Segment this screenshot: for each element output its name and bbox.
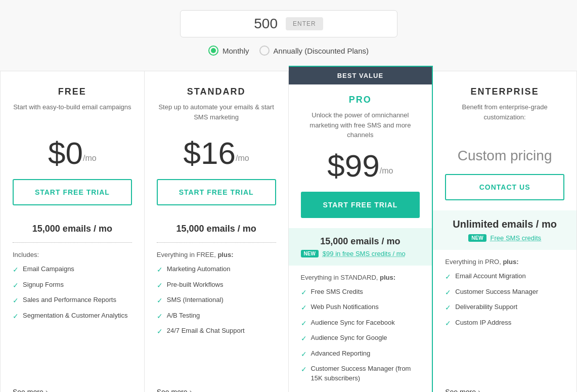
check-icon: ✓ [157, 327, 163, 337]
plan-card-standard: STANDARDStep up to automate your emails … [145, 71, 289, 392]
plan-card-enterprise: ENTERPRISEBenefit from enterprise-grade … [433, 71, 577, 392]
feature-item: ✓ A/B Testing [157, 311, 276, 322]
plan-price-wrapper-standard: $16/mo [157, 138, 276, 169]
check-icon: ✓ [13, 265, 19, 275]
plan-desc-pro: Unlock the power of omnichannel marketin… [301, 110, 420, 140]
new-badge-enterprise: NEW [468, 234, 486, 242]
check-icon: ✓ [445, 303, 451, 313]
plan-name-standard: STANDARD [157, 86, 276, 97]
check-icon: ✓ [157, 281, 163, 291]
emails-amount-enterprise: Unlimited emails / mo [445, 219, 564, 230]
price-amount-free: $0 [48, 136, 83, 170]
feature-item: ✓ Free SMS Credits [301, 287, 420, 298]
cta-button-standard[interactable]: START FREE TRIAL [157, 179, 276, 205]
includes-label-standard: Everything in FREE, plus: [157, 251, 276, 258]
feature-text: 24/7 Email & Chat Support [167, 326, 245, 335]
annually-radio[interactable]: Annually (Discounted Plans) [259, 46, 369, 56]
monthly-label: Monthly [223, 47, 249, 55]
see-more-label-free: See more [13, 388, 43, 392]
feature-text: Email Campaigns [23, 265, 74, 274]
see-more-arrow-enterprise: › [478, 387, 480, 392]
check-icon: ✓ [301, 303, 307, 313]
feature-list-standard: ✓ Marketing Automation ✓ Pre-built Workf… [157, 265, 276, 342]
feature-item: ✓ 24/7 Email & Chat Support [157, 326, 276, 337]
billing-toggle: Monthly Annually (Discounted Plans) [208, 46, 369, 56]
feature-text: Email Account Migration [455, 272, 525, 281]
feature-text: A/B Testing [167, 311, 200, 320]
plan-name-pro: PRO [301, 95, 420, 105]
feature-text: Sales and Performance Reports [23, 295, 116, 304]
plans-container: FREEStart with easy-to-build email campa… [0, 71, 577, 392]
new-badge-pro: NEW [301, 250, 319, 257]
plan-desc-free: Start with easy-to-build email campaigns [13, 102, 132, 127]
see-more-free[interactable]: See more › [13, 387, 132, 392]
plan-price-wrapper-pro: $99/mo [301, 150, 420, 182]
cta-button-pro[interactable]: START FREE TRIAL [301, 192, 420, 218]
check-icon: ✓ [445, 319, 451, 329]
feature-text: Segmentation & Customer Analytics [23, 311, 127, 320]
plan-price-enterprise: Custom pricing [445, 138, 564, 174]
feature-item: ✓ SMS (International) [157, 295, 276, 306]
feature-text: Signup Forms [23, 280, 64, 289]
contacts-value: 500 [254, 16, 278, 32]
feature-text: Pre-built Workflows [167, 280, 224, 289]
check-icon: ✓ [157, 312, 163, 322]
feature-item: ✓ Audience Sync for Facebook [301, 318, 420, 329]
monthly-radio[interactable]: Monthly [208, 46, 249, 56]
price-amount-pro: $99 [327, 148, 379, 183]
pro-emails-wrapper: 15,000 emails / mo NEW $99 in free SMS c… [289, 228, 432, 266]
feature-text: Custom IP Address [455, 318, 511, 327]
includes-label-free: Includes: [13, 251, 132, 258]
top-section: 500 ENTER Monthly Annually (Discounted P… [0, 0, 577, 71]
feature-item: ✓ Pre-built Workflows [157, 280, 276, 291]
cta-button-enterprise[interactable]: CONTACT US [445, 174, 564, 200]
price-mo-pro: /mo [380, 166, 393, 175]
check-icon: ✓ [301, 319, 307, 329]
cta-button-free[interactable]: START FREE TRIAL [13, 179, 132, 205]
feature-item: ✓ Web Push Notifications [301, 302, 420, 313]
price-mo-standard: /mo [236, 154, 249, 162]
see-more-arrow-free: › [46, 387, 48, 392]
emails-amount-free: 15,000 emails / mo [13, 215, 132, 243]
check-icon: ✓ [301, 365, 307, 375]
plan-name-free: FREE [13, 86, 132, 97]
see-more-label-enterprise: See more [445, 388, 476, 392]
check-icon: ✓ [445, 288, 451, 298]
price-amount-standard: $16 [184, 136, 236, 170]
sms-credits-pro: $99 in free SMS credits / mo [323, 250, 406, 257]
check-icon: ✓ [13, 296, 19, 306]
see-more-arrow-standard: › [189, 387, 192, 392]
includes-label-enterprise: Everything in PRO, plus: [445, 258, 564, 266]
plan-card-free: FREEStart with easy-to-build email campa… [0, 71, 145, 392]
emails-amount-standard: 15,000 emails / mo [157, 215, 276, 243]
plan-card-pro: BEST VALUEPROUnlock the power of omnicha… [289, 66, 433, 392]
check-icon: ✓ [301, 350, 307, 360]
annually-radio-indicator [259, 46, 270, 56]
feature-item: ✓ Segmentation & Customer Analytics [13, 311, 132, 322]
check-icon: ✓ [157, 296, 163, 306]
feature-item: ✓ Signup Forms [13, 280, 132, 291]
see-more-standard[interactable]: See more › [157, 387, 276, 392]
plan-desc-standard: Step up to automate your emails & start … [157, 102, 276, 127]
feature-item: ✓ Custom IP Address [445, 318, 564, 329]
see-more-label-standard: See more [157, 388, 188, 392]
best-value-banner: BEST VALUE [289, 67, 432, 84]
emails-section-enterprise: Unlimited emails / mo NEW Free SMS credi… [433, 210, 576, 250]
plan-desc-enterprise: Benefit from enterprise-grade customizat… [445, 102, 564, 127]
see-more-enterprise[interactable]: See more › [445, 387, 564, 392]
includes-label-pro: Everything in STANDARD, plus: [301, 274, 420, 281]
feature-item: ✓ Advanced Reporting [301, 349, 420, 360]
feature-text: SMS (International) [167, 295, 224, 304]
feature-item: ✓ Email Campaigns [13, 265, 132, 275]
sms-credits-enterprise: Free SMS credits [491, 234, 541, 242]
feature-list-pro: ✓ Free SMS Credits ✓ Web Push Notificati… [301, 287, 420, 388]
check-icon: ✓ [301, 288, 307, 298]
feature-item: ✓ Customer Success Manager [445, 287, 564, 298]
check-icon: ✓ [445, 272, 451, 282]
feature-item: ✓ Audience Sync for Google [301, 333, 420, 344]
contacts-input-wrapper: 500 ENTER [180, 10, 397, 37]
feature-text: Deliverability Support [455, 302, 517, 312]
feature-text: Web Push Notifications [311, 302, 379, 312]
enter-button[interactable]: ENTER [286, 17, 323, 30]
feature-text: Free SMS Credits [311, 287, 363, 296]
